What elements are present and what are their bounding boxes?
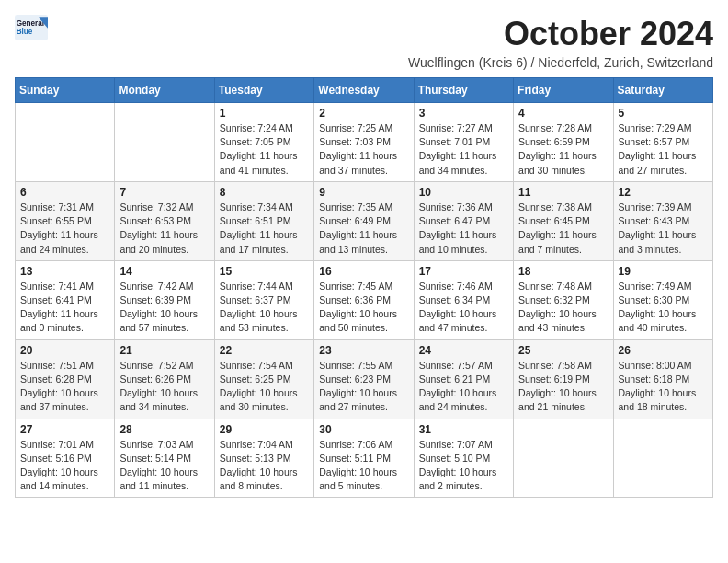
calendar-table: SundayMondayTuesdayWednesdayThursdayFrid…	[15, 77, 713, 498]
day-info: Sunrise: 7:01 AM Sunset: 5:16 PM Dayligh…	[20, 438, 109, 494]
calendar-cell: 18Sunrise: 7:48 AM Sunset: 6:32 PM Dayli…	[514, 260, 613, 339]
calendar-cell: 1Sunrise: 7:24 AM Sunset: 7:05 PM Daylig…	[214, 103, 313, 182]
day-info: Sunrise: 7:28 AM Sunset: 6:59 PM Dayligh…	[518, 121, 608, 178]
calendar-cell: 19Sunrise: 7:49 AM Sunset: 6:30 PM Dayli…	[613, 260, 712, 339]
month-title: October 2024	[408, 15, 713, 53]
day-info: Sunrise: 7:03 AM Sunset: 5:14 PM Dayligh…	[119, 438, 209, 494]
calendar-cell: 23Sunrise: 7:55 AM Sunset: 6:23 PM Dayli…	[314, 339, 414, 419]
calendar-cell: 11Sunrise: 7:38 AM Sunset: 6:45 PM Dayli…	[514, 181, 613, 260]
day-info: Sunrise: 7:48 AM Sunset: 6:32 PM Dayligh…	[518, 280, 608, 336]
calendar-cell: 24Sunrise: 7:57 AM Sunset: 6:21 PM Dayli…	[414, 339, 513, 419]
calendar-week-2: 6Sunrise: 7:31 AM Sunset: 6:55 PM Daylig…	[16, 181, 713, 260]
calendar-cell: 20Sunrise: 7:51 AM Sunset: 6:28 PM Dayli…	[16, 339, 115, 419]
calendar-cell: 10Sunrise: 7:36 AM Sunset: 6:47 PM Dayli…	[414, 181, 513, 260]
svg-text:Blue: Blue	[17, 28, 33, 36]
day-number: 24	[419, 344, 508, 357]
calendar-cell: 12Sunrise: 7:39 AM Sunset: 6:43 PM Dayli…	[613, 181, 712, 260]
calendar-cell: 25Sunrise: 7:58 AM Sunset: 6:19 PM Dayli…	[514, 339, 613, 419]
calendar-cell	[613, 419, 712, 498]
calendar-cell: 28Sunrise: 7:03 AM Sunset: 5:14 PM Dayli…	[115, 419, 214, 498]
day-number: 14	[119, 265, 209, 278]
calendar-cell: 2Sunrise: 7:25 AM Sunset: 7:03 PM Daylig…	[314, 103, 414, 182]
day-info: Sunrise: 7:36 AM Sunset: 6:47 PM Dayligh…	[419, 201, 508, 257]
logo-icon: General Blue	[15, 15, 48, 40]
day-number: 2	[319, 107, 408, 120]
day-number: 3	[419, 107, 508, 120]
day-number: 6	[20, 186, 109, 199]
day-info: Sunrise: 7:24 AM Sunset: 7:05 PM Dayligh…	[220, 121, 309, 178]
day-number: 21	[119, 344, 209, 357]
day-number: 10	[419, 186, 508, 199]
calendar-cell: 22Sunrise: 7:54 AM Sunset: 6:25 PM Dayli…	[214, 339, 313, 419]
day-info: Sunrise: 7:04 AM Sunset: 5:13 PM Dayligh…	[220, 438, 309, 494]
day-info: Sunrise: 7:54 AM Sunset: 6:25 PM Dayligh…	[220, 359, 309, 415]
calendar-cell: 8Sunrise: 7:34 AM Sunset: 6:51 PM Daylig…	[214, 181, 313, 260]
day-header-saturday: Saturday	[613, 78, 712, 103]
day-header-thursday: Thursday	[414, 78, 513, 103]
day-info: Sunrise: 8:00 AM Sunset: 6:18 PM Dayligh…	[619, 359, 708, 415]
page-header: General Blue October 2024 Wuelflingen (K…	[15, 15, 713, 70]
day-number: 12	[619, 186, 708, 199]
day-info: Sunrise: 7:34 AM Sunset: 6:51 PM Dayligh…	[220, 201, 309, 257]
day-header-tuesday: Tuesday	[214, 78, 313, 103]
calendar-week-3: 13Sunrise: 7:41 AM Sunset: 6:41 PM Dayli…	[16, 260, 713, 339]
calendar-cell: 15Sunrise: 7:44 AM Sunset: 6:37 PM Dayli…	[214, 260, 313, 339]
day-header-friday: Friday	[514, 78, 613, 103]
day-number: 28	[119, 423, 209, 436]
calendar-cell: 21Sunrise: 7:52 AM Sunset: 6:26 PM Dayli…	[115, 339, 214, 419]
day-header-monday: Monday	[115, 78, 214, 103]
calendar-cell: 9Sunrise: 7:35 AM Sunset: 6:49 PM Daylig…	[314, 181, 414, 260]
day-number: 8	[220, 186, 309, 199]
day-info: Sunrise: 7:31 AM Sunset: 6:55 PM Dayligh…	[20, 201, 109, 257]
day-number: 18	[518, 265, 608, 278]
title-block: October 2024 Wuelflingen (Kreis 6) / Nie…	[408, 15, 713, 70]
calendar-cell: 5Sunrise: 7:29 AM Sunset: 6:57 PM Daylig…	[613, 103, 712, 182]
day-number: 1	[220, 107, 309, 120]
day-number: 13	[20, 265, 109, 278]
day-info: Sunrise: 7:44 AM Sunset: 6:37 PM Dayligh…	[220, 280, 309, 336]
calendar-cell: 26Sunrise: 8:00 AM Sunset: 6:18 PM Dayli…	[613, 339, 712, 419]
day-info: Sunrise: 7:52 AM Sunset: 6:26 PM Dayligh…	[119, 359, 209, 415]
logo: General Blue	[15, 15, 48, 40]
calendar-cell	[115, 103, 214, 182]
day-number: 9	[319, 186, 408, 199]
calendar-cell: 4Sunrise: 7:28 AM Sunset: 6:59 PM Daylig…	[514, 103, 613, 182]
calendar-cell: 30Sunrise: 7:06 AM Sunset: 5:11 PM Dayli…	[314, 419, 414, 498]
calendar-cell: 14Sunrise: 7:42 AM Sunset: 6:39 PM Dayli…	[115, 260, 214, 339]
day-info: Sunrise: 7:55 AM Sunset: 6:23 PM Dayligh…	[319, 359, 408, 415]
day-number: 5	[619, 107, 708, 120]
calendar-week-5: 27Sunrise: 7:01 AM Sunset: 5:16 PM Dayli…	[16, 419, 713, 498]
svg-text:General: General	[17, 19, 44, 28]
day-number: 11	[518, 186, 608, 199]
day-info: Sunrise: 7:57 AM Sunset: 6:21 PM Dayligh…	[419, 359, 508, 415]
day-number: 16	[319, 265, 408, 278]
day-number: 27	[20, 423, 109, 436]
calendar-cell: 16Sunrise: 7:45 AM Sunset: 6:36 PM Dayli…	[314, 260, 414, 339]
day-number: 17	[419, 265, 508, 278]
day-info: Sunrise: 7:38 AM Sunset: 6:45 PM Dayligh…	[518, 201, 608, 257]
day-info: Sunrise: 7:07 AM Sunset: 5:10 PM Dayligh…	[419, 438, 508, 494]
calendar-cell: 3Sunrise: 7:27 AM Sunset: 7:01 PM Daylig…	[414, 103, 513, 182]
day-number: 4	[518, 107, 608, 120]
day-number: 25	[518, 344, 608, 357]
calendar-cell	[16, 103, 115, 182]
calendar-cell: 7Sunrise: 7:32 AM Sunset: 6:53 PM Daylig…	[115, 181, 214, 260]
calendar-cell: 31Sunrise: 7:07 AM Sunset: 5:10 PM Dayli…	[414, 419, 513, 498]
day-info: Sunrise: 7:27 AM Sunset: 7:01 PM Dayligh…	[419, 121, 508, 178]
day-number: 15	[220, 265, 309, 278]
day-info: Sunrise: 7:35 AM Sunset: 6:49 PM Dayligh…	[319, 201, 408, 257]
day-info: Sunrise: 7:32 AM Sunset: 6:53 PM Dayligh…	[119, 201, 209, 257]
day-info: Sunrise: 7:51 AM Sunset: 6:28 PM Dayligh…	[20, 359, 109, 415]
calendar-cell: 29Sunrise: 7:04 AM Sunset: 5:13 PM Dayli…	[214, 419, 313, 498]
calendar-week-4: 20Sunrise: 7:51 AM Sunset: 6:28 PM Dayli…	[16, 339, 713, 419]
day-number: 22	[220, 344, 309, 357]
location-subtitle: Wuelflingen (Kreis 6) / Niederfeld, Zuri…	[408, 55, 713, 70]
day-header-wednesday: Wednesday	[314, 78, 414, 103]
day-number: 31	[419, 423, 508, 436]
day-info: Sunrise: 7:58 AM Sunset: 6:19 PM Dayligh…	[518, 359, 608, 415]
calendar-cell	[514, 419, 613, 498]
calendar-header-row: SundayMondayTuesdayWednesdayThursdayFrid…	[16, 78, 713, 103]
day-info: Sunrise: 7:06 AM Sunset: 5:11 PM Dayligh…	[319, 438, 408, 494]
day-number: 7	[119, 186, 209, 199]
calendar-cell: 13Sunrise: 7:41 AM Sunset: 6:41 PM Dayli…	[16, 260, 115, 339]
